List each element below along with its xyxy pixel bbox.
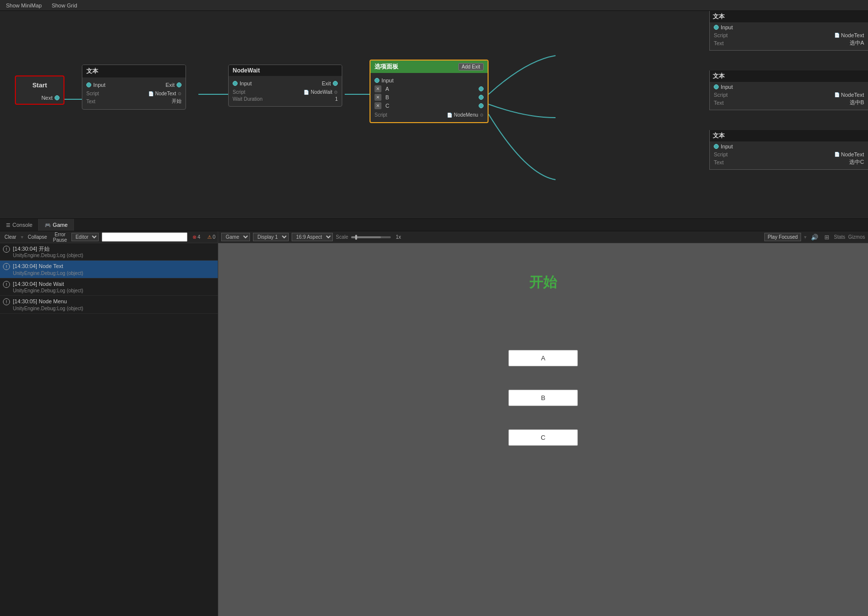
text1-exit-label: Exit — [166, 82, 175, 88]
text-b-input-port[interactable] — [714, 84, 719, 89]
node-menu[interactable]: 选项面板 Add Exit Input ✕ A ✕ B — [370, 60, 489, 123]
text-a-input-label: Input — [721, 24, 733, 30]
text-c-script-value: NodeText — [841, 151, 864, 157]
node-text-a-header: 文本 — [710, 11, 868, 22]
text-b-script-label: Script — [714, 92, 728, 98]
entry-3-sub: UnityEngine.Debug:Log (object) — [13, 306, 83, 311]
console-panel: Clear ▾ Collapse Error Pause Editor ⊗ 4 … — [0, 231, 218, 616]
error-pause-btn[interactable]: Error Pause — [52, 231, 68, 243]
gizmos-btn[interactable]: Gizmos — [848, 234, 865, 240]
text1-text-label: Text — [86, 99, 95, 104]
layout-btn[interactable]: ⊞ — [823, 233, 831, 242]
wait-exit-label: Exit — [322, 80, 331, 86]
console-entry-3[interactable]: ! [14:30:05] Node Menu UnityEngine.Debug… — [0, 296, 218, 313]
console-entry-2[interactable]: ! [14:30:04] Node Wait UnityEngine.Debug… — [0, 278, 218, 296]
console-tab-icon: ☰ — [6, 222, 10, 228]
game-button-a[interactable]: A — [508, 350, 578, 366]
wait-input-label: Input — [240, 80, 251, 86]
node-text-a[interactable]: 文本 Input Script 📄 NodeText Text 选中A — [709, 11, 868, 51]
option-b-remove-btn[interactable]: ✕ — [374, 94, 381, 101]
console-search[interactable] — [102, 232, 187, 242]
node-text-c-header: 文本 — [710, 130, 868, 141]
add-exit-btn[interactable]: Add Exit — [458, 63, 484, 70]
node-text1[interactable]: 文本 Input Exit Script 📄 NodeText ⚙ — [82, 65, 186, 110]
wait-duration-value: 1 — [335, 96, 338, 102]
text-b-input-label: Input — [721, 84, 733, 90]
wait-script-label: Script — [233, 89, 246, 95]
node-start[interactable]: Start Next — [15, 75, 64, 105]
editor-dropdown[interactable]: Editor — [71, 233, 99, 241]
audio-btn[interactable]: 🔊 — [809, 233, 820, 242]
game-button-c[interactable]: C — [508, 429, 578, 446]
node-text1-header: 文本 — [82, 65, 186, 77]
node-wait[interactable]: NodeWait Input Exit Script 📄 NodeWait ⚙ — [228, 65, 342, 107]
game-tab[interactable]: 🎮 Game — [39, 219, 74, 231]
text1-script-value: NodeText — [155, 91, 176, 96]
panels-container: Clear ▾ Collapse Error Pause Editor ⊗ 4 … — [0, 231, 868, 616]
text-b-text-label: Text — [714, 100, 724, 106]
start-next-port[interactable] — [55, 95, 60, 100]
text1-exit-port[interactable] — [177, 82, 182, 87]
menu-input-label: Input — [381, 77, 393, 83]
console-tab-label: Console — [12, 222, 32, 228]
option-a-remove-btn[interactable]: ✕ — [374, 85, 381, 92]
console-entries: ! [14:30:04] 开始 UnityEngine.Debug:Log (o… — [0, 243, 218, 616]
play-focused-btn[interactable]: Play Focused — [764, 233, 802, 241]
entry-1-icon: ! — [3, 263, 10, 270]
canvas-area: Start Next 文本 Input Exit Script — [0, 11, 868, 218]
text1-input-port[interactable] — [86, 82, 91, 87]
option-c-remove-btn[interactable]: ✕ — [374, 102, 381, 109]
text-c-input-label: Input — [721, 143, 733, 149]
scale-label: Scale — [336, 234, 348, 240]
right-panel: 文本 Input Script 📄 NodeText Text 选中A — [709, 11, 868, 218]
text-a-text-label: Text — [714, 40, 724, 46]
text-b-script-value: NodeText — [841, 92, 864, 98]
game-tab-label: Game — [53, 222, 67, 228]
game-tab-icon: 🎮 — [45, 222, 51, 228]
text-c-input-port[interactable] — [714, 144, 719, 149]
option-b-port[interactable] — [479, 95, 484, 100]
scale-slider[interactable] — [351, 236, 391, 238]
entry-0-icon: ! — [3, 246, 10, 253]
text-a-script-value: NodeText — [841, 32, 864, 38]
menu-script-value: NodeMenu — [454, 112, 478, 118]
start-label: Start — [32, 81, 47, 89]
console-entry-0[interactable]: ! [14:30:04] 开始 UnityEngine.Debug:Log (o… — [0, 243, 218, 261]
entry-2-sub: UnityEngine.Debug:Log (object) — [13, 288, 83, 293]
console-entry-1[interactable]: ! [14:30:04] Node Text UnityEngine.Debug… — [0, 261, 218, 278]
option-b-label: B — [383, 94, 477, 100]
wait-script-value: NodeWait — [310, 89, 332, 95]
text1-script-label: Script — [86, 91, 99, 96]
entry-0-sub: UnityEngine.Debug:Log (object) — [13, 253, 83, 258]
stats-btn[interactable]: Stats — [834, 234, 845, 240]
game-dropdown[interactable]: Game — [221, 233, 250, 241]
game-view: 开始 A B C — [218, 243, 868, 616]
bottom-panel: ☰ Console 🎮 Game Clear ▾ Collapse Error … — [0, 218, 868, 616]
node-text-b[interactable]: 文本 Input Script 📄 NodeText Text 选中B — [709, 70, 868, 110]
text-a-input-port[interactable] — [714, 25, 719, 30]
display-dropdown[interactable]: Display 1 — [253, 233, 289, 241]
option-c-port[interactable] — [479, 103, 484, 108]
show-minimap-btn[interactable]: Show MiniMap — [4, 1, 44, 9]
game-button-b[interactable]: B — [508, 390, 578, 406]
node-text-c[interactable]: 文本 Input Script 📄 NodeText Text 选中C — [709, 130, 868, 170]
console-tab[interactable]: ☰ Console — [0, 219, 39, 231]
clear-btn[interactable]: Clear — [3, 234, 18, 240]
text-b-text-value: 选中B — [850, 99, 864, 106]
error-badge: ⊗ 4 — [190, 234, 202, 240]
menu-script-label: Script — [374, 112, 387, 118]
option-a-port[interactable] — [479, 86, 484, 91]
game-content: 开始 A B C — [218, 243, 868, 616]
entry-0-text: [14:30:04] 开始 — [13, 245, 83, 253]
wait-input-port[interactable] — [233, 81, 238, 86]
menu-input-port[interactable] — [374, 78, 379, 83]
entry-1-sub: UnityEngine.Debug:Log (object) — [13, 271, 83, 276]
top-toolbar: Show MiniMap Show Grid — [0, 0, 868, 11]
option-a-label: A — [383, 86, 477, 92]
text-a-text-value: 选中A — [850, 39, 864, 47]
show-grid-btn[interactable]: Show Grid — [50, 1, 79, 9]
wait-duration-label: Wait Duration — [233, 96, 262, 102]
collapse-btn[interactable]: Collapse — [26, 234, 49, 240]
wait-exit-port[interactable] — [333, 81, 338, 86]
aspect-dropdown[interactable]: 16:9 Aspect — [292, 233, 333, 241]
